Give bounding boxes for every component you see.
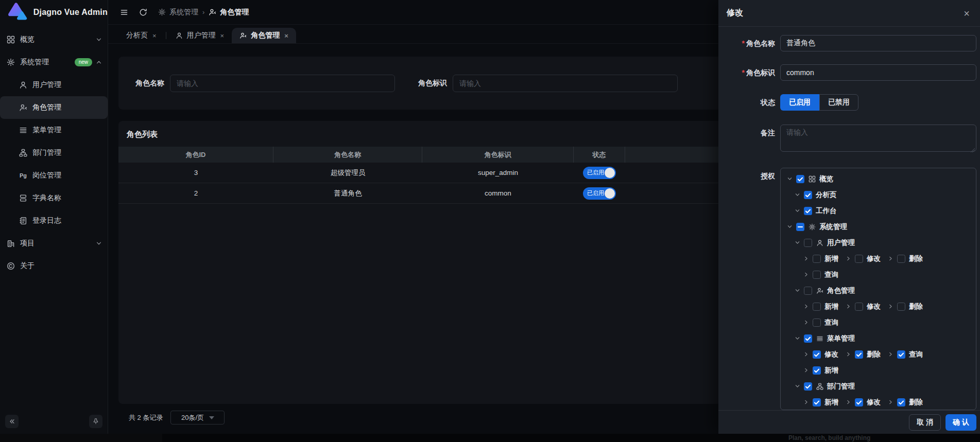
status-enabled-option[interactable]: 已启用 [780, 94, 819, 111]
chevron-right-icon[interactable] [846, 304, 851, 309]
chevron-right-icon[interactable] [803, 272, 809, 277]
chevron-down-icon[interactable] [795, 240, 800, 245]
chevron-right-icon[interactable] [803, 256, 809, 261]
tree-node[interactable]: 新增 [803, 254, 838, 263]
checkbox-unchecked[interactable] [813, 271, 821, 279]
chevron-right-icon[interactable] [846, 351, 851, 357]
tab-0[interactable]: 分析页× [118, 28, 164, 43]
pin-sidebar-button[interactable] [89, 415, 102, 428]
status-toggle[interactable]: 已启用 [583, 167, 616, 179]
tree-node[interactable]: 概览 [787, 174, 833, 184]
remark-textarea[interactable] [780, 125, 976, 152]
tree-node[interactable]: 部门管理 [795, 382, 855, 391]
sidebar-item[interactable]: Pg岗位管理 [0, 164, 108, 187]
checkbox-checked[interactable] [804, 334, 812, 343]
tree-node[interactable]: 修改 [846, 254, 881, 263]
role-name-search-input[interactable] [170, 75, 395, 92]
chevron-down-icon[interactable] [795, 383, 800, 389]
role-key-search-input[interactable] [453, 75, 678, 92]
sidebar-item[interactable]: 菜单管理 [0, 119, 108, 142]
sidebar-item[interactable]: 字典名称 [0, 187, 108, 209]
sidebar-item[interactable]: 角色管理 [0, 96, 108, 119]
chevron-right-icon[interactable] [888, 399, 893, 405]
tree-node[interactable]: 菜单管理 [795, 334, 855, 343]
checkbox-checked[interactable] [897, 350, 905, 359]
checkbox-unchecked[interactable] [804, 239, 812, 247]
confirm-button[interactable]: 确 认 [945, 414, 976, 431]
checkbox-unchecked[interactable] [897, 303, 905, 311]
tab-1[interactable]: 用户管理× [168, 28, 232, 43]
checkbox-checked[interactable] [855, 350, 863, 359]
chevron-down-icon[interactable] [795, 335, 800, 341]
status-toggle[interactable]: 已启用 [583, 187, 616, 200]
refresh-icon[interactable] [139, 8, 147, 16]
checkbox-checked[interactable] [804, 191, 812, 199]
checkbox-checked[interactable] [804, 207, 812, 215]
checkbox-unchecked[interactable] [813, 255, 821, 263]
page-size-select[interactable]: 20条/页 [170, 411, 225, 425]
close-icon[interactable]: × [964, 8, 970, 19]
chevron-down-icon[interactable] [795, 208, 800, 214]
tree-node[interactable]: 系统管理 [787, 222, 847, 232]
checkbox-unchecked[interactable] [855, 303, 863, 311]
checkbox-checked[interactable] [897, 398, 905, 406]
collapse-sidebar-button[interactable] [5, 415, 19, 428]
tab-close-icon[interactable]: × [220, 32, 225, 39]
tree-node[interactable]: 删除 [846, 350, 881, 359]
checkbox-unchecked[interactable] [804, 287, 812, 295]
tree-node[interactable]: 修改 [846, 302, 881, 311]
checkbox-checked[interactable] [813, 398, 821, 406]
chevron-right-icon[interactable] [803, 367, 809, 373]
tree-node[interactable]: 新增 [803, 398, 838, 407]
hamburger-icon[interactable] [120, 8, 128, 16]
tree-node[interactable]: 角色管理 [795, 286, 855, 295]
chevron-right-icon[interactable] [888, 304, 893, 309]
sidebar-item[interactable]: 关于 [0, 255, 108, 277]
checkbox-checked[interactable] [804, 382, 812, 391]
chevron-right-icon[interactable] [846, 399, 851, 405]
tree-node[interactable]: 分析页 [795, 190, 837, 200]
role-name-input[interactable] [780, 35, 976, 51]
chevron-right-icon[interactable] [846, 256, 851, 261]
role-key-input[interactable] [780, 64, 976, 81]
tree-node[interactable]: 删除 [888, 302, 923, 311]
checkbox-checked[interactable] [813, 366, 821, 375]
checkbox-unchecked[interactable] [813, 303, 821, 311]
chevron-down-icon[interactable] [787, 176, 793, 182]
tree-node[interactable]: 修改 [846, 398, 881, 407]
tab-close-icon[interactable]: × [284, 32, 288, 39]
sidebar-item[interactable]: 系统管理new [0, 51, 108, 74]
chevron-down-icon[interactable] [795, 192, 800, 198]
chevron-right-icon[interactable] [803, 304, 809, 309]
tree-node[interactable]: 删除 [888, 398, 923, 407]
sidebar-item[interactable]: 部门管理 [0, 142, 108, 164]
sidebar-item[interactable]: 登录日志 [0, 209, 108, 232]
tab-close-icon[interactable]: × [152, 32, 157, 39]
status-disabled-option[interactable]: 已禁用 [819, 94, 858, 111]
tree-node[interactable]: 用户管理 [795, 238, 855, 247]
chevron-down-icon[interactable] [795, 288, 800, 293]
breadcrumb-item[interactable]: 系统管理 [158, 8, 198, 17]
checkbox-unchecked[interactable] [855, 255, 863, 263]
checkbox-unchecked[interactable] [897, 255, 905, 263]
tree-node[interactable]: 新增 [803, 302, 838, 311]
sidebar-item[interactable]: 概览 [0, 28, 108, 51]
cancel-button[interactable]: 取 消 [909, 414, 941, 431]
sidebar-item[interactable]: 用户管理 [0, 74, 108, 96]
chevron-right-icon[interactable] [888, 351, 893, 357]
checkbox-checked[interactable] [855, 398, 863, 406]
tree-node[interactable]: 修改 [803, 350, 838, 359]
tree-node[interactable]: 新增 [803, 366, 838, 375]
tree-node[interactable]: 查询 [888, 350, 923, 359]
chevron-right-icon[interactable] [803, 351, 809, 357]
checkbox-unchecked[interactable] [813, 319, 821, 327]
tree-node[interactable]: 删除 [888, 254, 923, 263]
checkbox-indeterminate[interactable] [796, 223, 804, 231]
chevron-right-icon[interactable] [803, 399, 809, 405]
chevron-right-icon[interactable] [803, 320, 809, 325]
chevron-down-icon[interactable] [787, 224, 793, 229]
tree-node[interactable]: 查询 [803, 318, 838, 327]
checkbox-checked[interactable] [813, 350, 821, 359]
tab-2[interactable]: 角色管理× [232, 28, 296, 43]
chevron-right-icon[interactable] [888, 256, 893, 261]
